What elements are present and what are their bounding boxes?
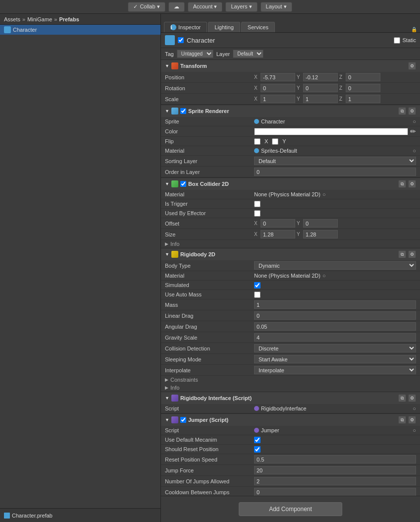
tag-select[interactable]: Untagged: [177, 50, 213, 58]
position-z-input[interactable]: [346, 73, 380, 81]
jump-force-input[interactable]: [254, 466, 416, 474]
flip-row: Flip X Y: [161, 137, 420, 146]
collider-settings-button[interactable]: ⚙: [408, 180, 416, 188]
tab-lighting[interactable]: Lighting: [208, 22, 240, 32]
size-xy: X Y: [254, 230, 416, 238]
box-collider-header[interactable]: ▼ Box Collider 2D ⧉ ⚙: [161, 178, 420, 190]
rotation-x-input[interactable]: [261, 84, 295, 92]
jumper-script-ref: Jumper: [254, 427, 411, 433]
layers-button[interactable]: Layers ▾: [225, 2, 257, 12]
sprite-renderer-header[interactable]: ▼ Sprite Renderer ⧉ ⚙: [161, 105, 420, 117]
auto-mass-value: [254, 291, 416, 298]
right-panel: ℹ Inspector Lighting Services 🔒 Characte…: [161, 14, 420, 522]
rotation-z-input[interactable]: [346, 84, 380, 92]
rb-interface-settings-button[interactable]: ⚙: [408, 394, 416, 402]
flip-y-checkbox[interactable]: [272, 138, 278, 145]
collab-button[interactable]: ✓ Collab ▾: [128, 2, 165, 12]
rigidbody-interface-header[interactable]: ▼ Rigidbody Interface (Script) ⧉ ⚙: [161, 392, 420, 404]
object-cube-icon: [165, 35, 175, 45]
sprite-settings-button[interactable]: ⚙: [408, 107, 416, 115]
add-component-button[interactable]: Add Component: [239, 502, 342, 516]
jumper-component: ▼ Jumper (Script) ⧉ ⚙ Script Jumper: [161, 414, 420, 496]
tab-services[interactable]: Services: [241, 22, 275, 32]
default-mecanim-checkbox[interactable]: [254, 437, 261, 443]
rotation-y-input[interactable]: [303, 84, 338, 92]
jumper-copy-button[interactable]: ⧉: [398, 416, 406, 424]
mass-value: [254, 300, 416, 309]
default-mecanim-value: [254, 437, 416, 443]
sprite-enabled-checkbox[interactable]: [180, 108, 186, 114]
cloud-button[interactable]: ☁: [168, 2, 185, 12]
jumper-fold-arrow: ▼: [165, 417, 169, 422]
position-xyz: X Y Z: [254, 73, 416, 81]
rb-interface-copy-button[interactable]: ⧉: [398, 394, 406, 402]
effector-checkbox[interactable]: [254, 210, 261, 217]
scale-z-input[interactable]: [346, 95, 380, 103]
offset-row: Offset X Y: [161, 218, 420, 229]
body-type-row: Body Type Dynamic: [161, 260, 420, 271]
rb-info-row[interactable]: ▶ Info: [161, 384, 420, 392]
trigger-checkbox[interactable]: [254, 201, 261, 207]
scale-row: Scale X Y Z: [161, 94, 420, 105]
tree-item-character[interactable]: Character: [0, 25, 160, 35]
sorting-layer-select[interactable]: Default: [254, 157, 416, 165]
jumper-enabled-checkbox[interactable]: [180, 417, 186, 423]
constraints-row[interactable]: ▶ Constraints: [161, 376, 420, 384]
transform-settings-button[interactable]: ⚙: [408, 62, 416, 70]
angular-drag-input[interactable]: [254, 322, 416, 331]
rigidbody-copy-button[interactable]: ⧉: [398, 250, 406, 258]
scale-y-input[interactable]: [303, 95, 338, 103]
num-jumps-row: Number Of Jumps Allowed: [161, 476, 420, 487]
account-button[interactable]: Account ▾: [188, 2, 223, 12]
mass-input[interactable]: [254, 300, 416, 309]
cooldown-input[interactable]: [254, 488, 416, 496]
cooldown-value: [254, 488, 416, 496]
size-x-input[interactable]: [261, 230, 295, 238]
collision-detection-value: Discrete: [254, 344, 416, 352]
simulated-row: Simulated: [161, 281, 420, 290]
layout-button[interactable]: Layout ▾: [261, 2, 292, 12]
left-panel: Assets » MiniGame » Prefabs Character Ch…: [0, 14, 161, 522]
color-swatch[interactable]: [254, 128, 408, 135]
inspector-tabs: ℹ Inspector Lighting Services 🔒: [161, 14, 420, 33]
static-group: Static: [394, 37, 416, 44]
scale-x-input[interactable]: [261, 95, 295, 103]
rigidbody2d-header[interactable]: ▼ Rigidbody 2D ⧉ ⚙: [161, 248, 420, 260]
offset-x-input[interactable]: [261, 219, 295, 228]
linear-drag-input[interactable]: [254, 311, 416, 320]
num-jumps-input[interactable]: [254, 477, 416, 485]
flip-x-checkbox[interactable]: [254, 138, 261, 145]
sprite-copy-button[interactable]: ⧉: [398, 107, 406, 115]
jumper-settings-button[interactable]: ⚙: [408, 416, 416, 424]
rigidbody-buttons: ⧉ ⚙: [398, 250, 416, 258]
rb-interface-icon: [171, 395, 178, 402]
collider-enabled-checkbox[interactable]: [180, 181, 186, 187]
auto-mass-checkbox[interactable]: [254, 291, 261, 298]
character-icon: [4, 26, 11, 33]
order-layer-input[interactable]: [254, 168, 416, 176]
interpolate-select[interactable]: Interpolate: [254, 366, 416, 374]
jumper-header[interactable]: ▼ Jumper (Script) ⧉ ⚙: [161, 414, 420, 426]
tab-inspector[interactable]: ℹ Inspector: [164, 22, 207, 32]
object-enabled-checkbox[interactable]: [178, 37, 184, 43]
body-type-select[interactable]: Dynamic: [254, 261, 416, 270]
offset-y-input[interactable]: [303, 219, 338, 228]
position-x-input[interactable]: [261, 73, 295, 81]
position-y-input[interactable]: [303, 73, 338, 81]
rigidbody-icon: [171, 251, 178, 258]
color-picker-icon[interactable]: ✏: [410, 127, 416, 135]
collision-detection-select[interactable]: Discrete: [254, 344, 416, 352]
simulated-checkbox[interactable]: [254, 282, 261, 289]
rotation-row: Rotation X Y Z: [161, 83, 420, 94]
transform-header[interactable]: ▼ Transform ⚙: [161, 60, 420, 72]
reset-speed-input[interactable]: [254, 455, 416, 464]
collider-copy-button[interactable]: ⧉: [398, 180, 406, 188]
layer-select[interactable]: Default: [233, 50, 263, 58]
static-checkbox[interactable]: [394, 37, 400, 44]
reset-position-checkbox[interactable]: [254, 446, 261, 453]
sleeping-mode-select[interactable]: Start Awake: [254, 355, 416, 363]
gravity-scale-input[interactable]: [254, 333, 416, 342]
size-y-input[interactable]: [303, 230, 338, 238]
collider-info-row[interactable]: ▶ Info: [161, 240, 420, 248]
rigidbody-settings-button[interactable]: ⚙: [408, 250, 416, 258]
